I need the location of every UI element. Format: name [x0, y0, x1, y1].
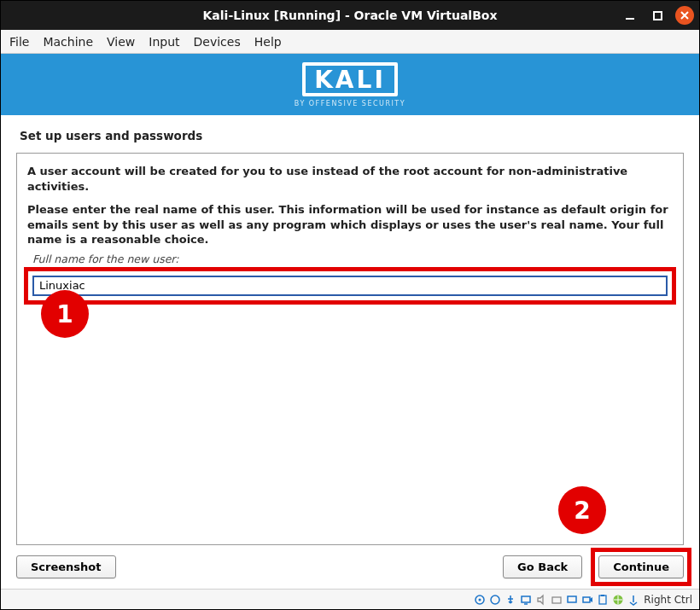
window-title: Kali-Linux [Running] - Oracle VM Virtual…	[203, 9, 498, 22]
recording-icon[interactable]	[580, 593, 593, 606]
kali-logo: KALI BY OFFENSIVE SECURITY	[295, 62, 405, 107]
svg-rect-5	[522, 596, 530, 602]
continue-button[interactable]: Continue	[598, 555, 684, 578]
titlebar[interactable]: Kali-Linux [Running] - Oracle VM Virtual…	[1, 1, 699, 30]
step-title: Set up users and passwords	[1, 115, 699, 153]
menu-machine[interactable]: Machine	[43, 35, 93, 49]
menu-view[interactable]: View	[107, 35, 135, 49]
display-icon[interactable]	[565, 593, 578, 606]
usb-icon[interactable]	[504, 593, 516, 606]
go-back-button[interactable]: Go Back	[503, 555, 582, 578]
annotation-outline-1	[24, 267, 676, 305]
clipboard-icon[interactable]	[596, 593, 609, 606]
network-icon[interactable]	[519, 593, 532, 606]
menubar: File Machine View Input Devices Help	[1, 30, 699, 54]
optical-icon[interactable]	[488, 593, 501, 606]
mouse-integration-icon[interactable]	[611, 593, 624, 606]
svg-rect-8	[583, 597, 590, 602]
annotation-marker-1: 1	[41, 290, 89, 338]
svg-rect-1	[654, 12, 662, 20]
audio-icon[interactable]	[534, 593, 547, 606]
host-key-label: Right Ctrl	[644, 594, 692, 606]
svg-point-4	[491, 595, 499, 604]
menu-help[interactable]: Help	[254, 35, 282, 49]
button-row: Screenshot Go Back Continue	[1, 545, 699, 589]
fullname-label: Full name for the new user:	[27, 253, 673, 265]
menu-devices[interactable]: Devices	[194, 35, 241, 49]
fullname-input[interactable]	[32, 276, 668, 296]
installer-content: A user account will be created for you t…	[16, 153, 684, 545]
annotation-outline-2: Continue	[591, 548, 691, 586]
minimize-button[interactable]	[621, 6, 639, 25]
kali-banner: KALI BY OFFENSIVE SECURITY	[1, 54, 699, 115]
svg-point-3	[478, 598, 481, 601]
svg-rect-7	[568, 596, 576, 602]
kali-logo-text: KALI	[314, 68, 386, 92]
svg-rect-0	[626, 18, 634, 20]
description-1: A user account will be created for you t…	[27, 164, 673, 194]
description-2: Please enter the real name of this user.…	[27, 202, 673, 247]
maximize-button[interactable]	[648, 6, 667, 25]
window-controls	[621, 1, 694, 30]
kali-logo-subtitle: BY OFFENSIVE SECURITY	[295, 100, 405, 107]
virtualbox-window: Kali-Linux [Running] - Oracle VM Virtual…	[0, 0, 700, 610]
menu-file[interactable]: File	[9, 35, 29, 49]
screenshot-button[interactable]: Screenshot	[16, 555, 116, 578]
svg-rect-10	[601, 595, 604, 596]
harddisk-icon[interactable]	[473, 593, 486, 606]
statusbar: Right Ctrl	[1, 589, 699, 609]
menu-input[interactable]: Input	[149, 35, 179, 49]
svg-rect-9	[599, 595, 606, 604]
shared-folder-icon[interactable]	[550, 593, 563, 606]
annotation-marker-2: 2	[558, 486, 606, 534]
close-button[interactable]	[675, 6, 694, 25]
keyboard-icon[interactable]	[627, 593, 639, 606]
svg-rect-6	[552, 597, 561, 603]
